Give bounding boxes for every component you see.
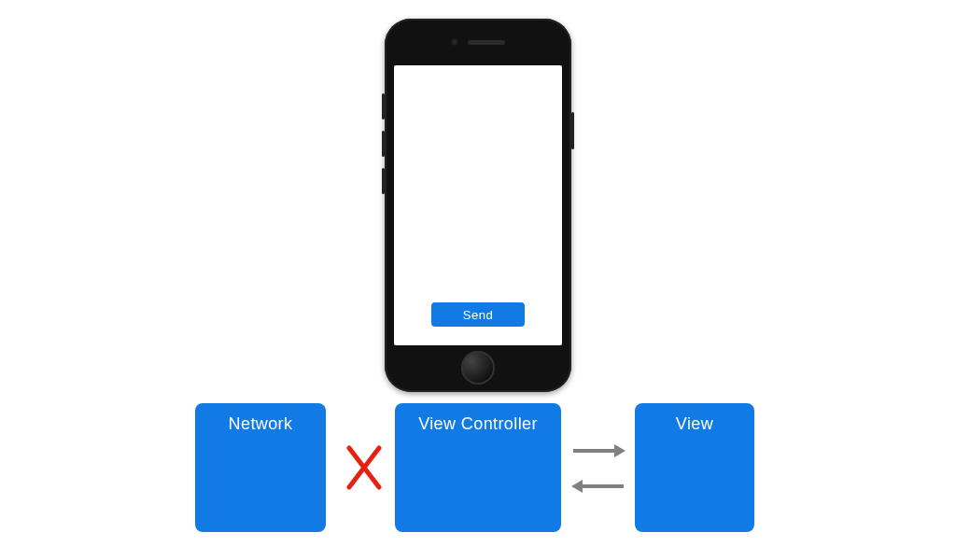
- blocked-connection-icon: [345, 444, 383, 491]
- arrow-left-icon: [571, 479, 626, 494]
- svg-marker-5: [571, 480, 583, 493]
- view-box: View: [635, 403, 754, 532]
- send-button[interactable]: Send: [431, 302, 525, 327]
- phone-mockup: Send: [385, 19, 571, 392]
- view-controller-box: View Controller: [395, 403, 561, 532]
- phone-speaker-icon: [468, 40, 505, 45]
- network-box: Network: [195, 403, 326, 532]
- home-button-icon: [461, 351, 495, 385]
- arrow-right-icon: [571, 443, 626, 458]
- phone-screen: Send: [394, 65, 562, 345]
- phone-top-bezel: [385, 19, 571, 65]
- svg-marker-3: [614, 444, 626, 457]
- phone-camera-icon: [451, 38, 458, 46]
